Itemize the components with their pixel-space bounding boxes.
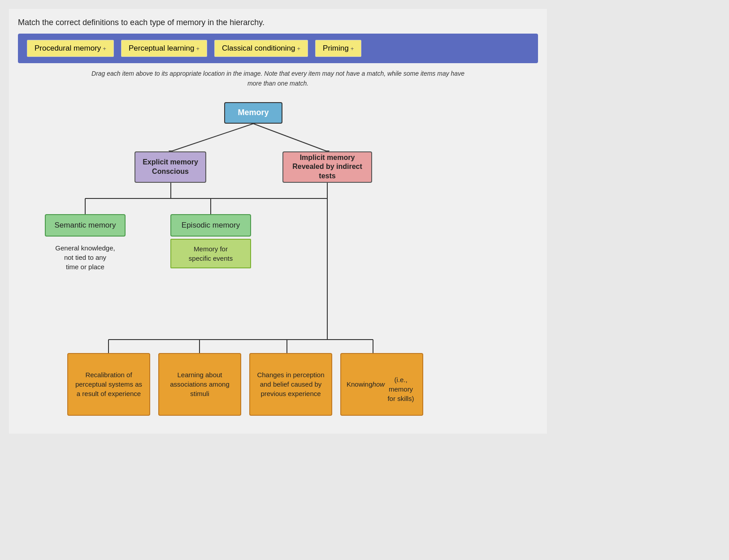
orange-node-4: Knowing how(i.e., memoryfor skills) xyxy=(340,353,423,416)
drag-item-priming[interactable]: Priming+ xyxy=(315,40,361,57)
semantic-desc: General knowledge, not tied to any time … xyxy=(45,243,126,271)
drag-note: Drag each item above to its appropriate … xyxy=(18,69,538,89)
implicit-line2: Revealed by indirect tests xyxy=(283,162,371,181)
node-explicit: Explicit memory Conscious xyxy=(135,151,206,183)
explicit-line1: Explicit memory xyxy=(143,158,198,167)
orange-node-1: Recalibration of perceptual systems as a… xyxy=(67,353,150,416)
implicit-line1: Implicit memory xyxy=(300,153,355,163)
node-memory: Memory xyxy=(224,102,282,124)
drag-item-procedural[interactable]: Procedural memory+ xyxy=(27,40,114,57)
svg-line-1 xyxy=(253,124,327,151)
explicit-line2: Conscious xyxy=(152,167,189,177)
page-container: Match the correct definitions to each ty… xyxy=(9,9,547,434)
drag-label-perceptual: Perceptual learning xyxy=(129,44,194,53)
svg-line-0 xyxy=(171,124,253,151)
orange-node-3: Changes in perception and belief caused … xyxy=(249,353,332,416)
drag-item-perceptual[interactable]: Perceptual learning+ xyxy=(121,40,207,57)
drag-label-priming: Priming xyxy=(323,44,349,53)
node-implicit: Implicit memory Revealed by indirect tes… xyxy=(282,151,372,183)
drag-label-classical: Classical conditioning xyxy=(222,44,295,53)
orange-node-2: Learning about associations among stimul… xyxy=(158,353,241,416)
node-semantic: Semantic memory xyxy=(45,214,126,237)
drag-item-classical[interactable]: Classical conditioning+ xyxy=(214,40,308,57)
diagram-wrapper: Memory Explicit memory Conscious Implici… xyxy=(31,102,525,425)
instruction-text: Match the correct definitions to each ty… xyxy=(18,18,538,27)
drag-bar: Procedural memory+ Perceptual learning+ … xyxy=(18,34,538,63)
drag-label-procedural: Procedural memory xyxy=(35,44,101,53)
node-episodic: Episodic memory xyxy=(170,214,251,237)
episodic-desc: Memory for specific events xyxy=(170,239,251,268)
bottom-row: Recalibration of perceptual systems as a… xyxy=(67,353,423,416)
